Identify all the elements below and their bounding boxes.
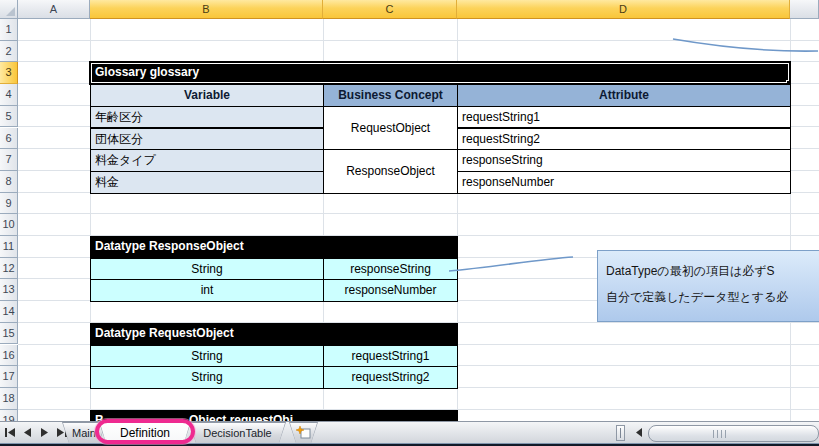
column-header-e-partial[interactable] (790, 0, 819, 19)
partial-section-prefix: B (95, 413, 104, 421)
comment-line-2: 自分で定義したデータ型とする必 (606, 284, 818, 310)
hscroll-thumb[interactable] (648, 425, 819, 442)
insert-worksheet-tab[interactable] (289, 422, 318, 443)
datatype-type-cell[interactable]: int (90, 279, 324, 302)
comment-box[interactable]: DataTypeの最初の項目は必ずS 自分で定義したデータ型とする必 (597, 250, 819, 322)
insert-worksheet-icon (290, 423, 317, 443)
datatype-type-cell[interactable]: String (90, 345, 324, 368)
row-header-12[interactable]: 12 (0, 258, 18, 280)
datatype-name-cell[interactable]: requestString2 (323, 366, 458, 389)
datatype-type-cell[interactable]: String (90, 258, 324, 281)
glossary-variable-cell[interactable]: 料金タイプ (90, 149, 324, 172)
tab-label: Definition (100, 423, 190, 443)
row-header-13[interactable]: 13 (0, 279, 18, 301)
column-header-d[interactable]: D (457, 0, 790, 19)
select-all-triangle-icon (6, 7, 15, 16)
glossary-attribute-cell[interactable]: responseString (457, 149, 791, 172)
glossary-concept-cell[interactable]: RequestObject (323, 106, 458, 150)
glossary-attribute-cell[interactable]: responseNumber (457, 171, 791, 194)
splitter-line (620, 428, 621, 438)
row-header-5[interactable]: 5 (0, 106, 18, 128)
glossary-title-cell[interactable]: Glossary glossary (89, 61, 791, 85)
glossary-attribute-cell[interactable]: requestString2 (457, 128, 791, 151)
row-header-2[interactable]: 2 (0, 41, 18, 63)
row-header-11[interactable]: 11 (0, 236, 18, 258)
glossary-variable-cell[interactable]: 年齢区分 (90, 106, 324, 129)
select-all-corner[interactable] (0, 0, 18, 19)
row-header-19[interactable]: 19 (0, 410, 18, 421)
sheet-tab-decisiontable[interactable]: DecisionTable (189, 422, 286, 443)
row-header-15[interactable]: 15 (0, 323, 18, 345)
glossary-variable-cell[interactable]: 団体区分 (90, 128, 324, 151)
worksheet-grid: A B C D 1 2 3 4 5 6 7 8 9 10 11 12 13 14… (0, 0, 819, 421)
row-header-18[interactable]: 18 (0, 388, 18, 410)
hscroll-left-arrow[interactable] (633, 426, 645, 439)
row-header-8[interactable]: 8 (0, 171, 18, 193)
row-header-4[interactable]: 4 (0, 84, 18, 106)
column-header-c[interactable]: C (323, 0, 457, 19)
datatype-request-title-cell[interactable]: Datatype RequestObject (90, 323, 458, 346)
tab-split-handle[interactable] (616, 425, 625, 441)
glossary-header-variable[interactable]: Variable (90, 84, 324, 107)
glossary-header-concept[interactable]: Business Concept (323, 84, 458, 107)
column-header-a[interactable]: A (18, 0, 90, 19)
row-header-10[interactable]: 10 (0, 214, 18, 236)
tab-label: DecisionTable (190, 423, 285, 443)
datatype-response-title-cell[interactable]: Datatype ResponseObject (90, 236, 458, 259)
datatype-name-cell[interactable]: responseString (323, 258, 458, 281)
datatype-name-cell[interactable]: responseNumber (323, 279, 458, 302)
row-header-17[interactable]: 17 (0, 366, 18, 388)
row-header-3[interactable]: 3 (0, 62, 18, 84)
column-header-b[interactable]: B (90, 0, 323, 19)
sheet-tab-definition[interactable]: Definition (99, 422, 191, 443)
next-sheet-button[interactable] (38, 427, 50, 438)
row-header-9[interactable]: 9 (0, 193, 18, 215)
sheet-tab-bar: Main Definition DecisionTable (0, 421, 819, 443)
previous-sheet-button[interactable] (21, 427, 33, 438)
glossary-variable-cell[interactable]: 料金 (90, 171, 324, 194)
row-header-1[interactable]: 1 (0, 19, 18, 41)
excel-window: A B C D 1 2 3 4 5 6 7 8 9 10 11 12 13 14… (0, 0, 819, 446)
row-header-16[interactable]: 16 (0, 345, 18, 367)
tab-scroll-buttons (4, 427, 67, 438)
comment-line-1: DataTypeの最初の項目は必ずS (606, 258, 818, 284)
datatype-type-cell[interactable]: String (90, 366, 324, 389)
glossary-concept-cell[interactable]: ResponseObject (323, 149, 458, 193)
partial-section-text: Object requestObj (189, 411, 293, 421)
glossary-header-attribute[interactable]: Attribute (457, 84, 791, 107)
hscroll-grip-icon (713, 430, 727, 438)
partial-section-title-cell[interactable]: B Object requestObj (90, 410, 458, 421)
row-header-7[interactable]: 7 (0, 149, 18, 171)
first-sheet-button[interactable] (4, 427, 16, 438)
glossary-attribute-cell[interactable]: requestString1 (457, 106, 791, 129)
row-header-6[interactable]: 6 (0, 128, 18, 150)
datatype-name-cell[interactable]: requestString1 (323, 345, 458, 368)
row-header-14[interactable]: 14 (0, 301, 18, 323)
